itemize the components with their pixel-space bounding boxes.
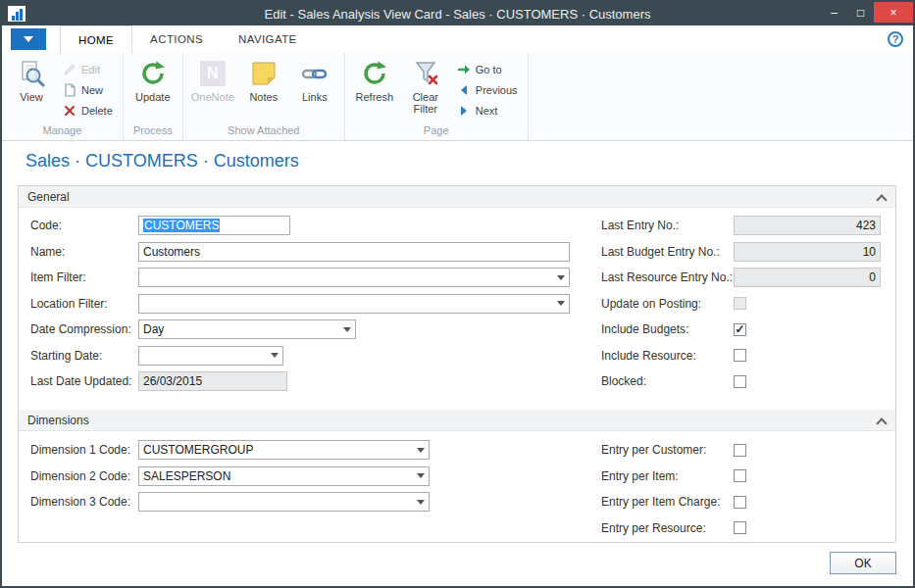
entry-per-item-charge-label: Entry per Item Charge:	[601, 495, 734, 509]
entry-per-item-checkbox[interactable]	[734, 469, 746, 482]
entry-per-resource-checkbox[interactable]	[734, 521, 746, 534]
starting-date-combobox[interactable]	[138, 346, 283, 366]
filter-clear-icon	[412, 59, 439, 88]
entry-per-item-charge-checkbox[interactable]	[734, 496, 746, 509]
application-menu-button[interactable]	[11, 28, 46, 50]
chevron-down-icon[interactable]	[412, 441, 429, 459]
form-row: Name: Customers	[30, 239, 585, 266]
ribbon-tab-row: HOME ACTIONS NAVIGATE ?	[2, 25, 913, 53]
form-row: Entry per Item:	[601, 464, 905, 490]
dimension-1-code-label: Dimension 1 Code:	[30, 443, 138, 457]
new-label: New	[81, 84, 103, 96]
include-budgets-checkbox[interactable]	[734, 323, 746, 336]
form-row: Code: CUSTOMERS	[30, 213, 585, 239]
form-row: Last Date Updated: 26/03/2015	[30, 368, 585, 395]
clear-filter-button[interactable]: Clear Filter	[400, 55, 451, 120]
dimension-1-code-combobox[interactable]: CUSTOMERGROUP	[138, 440, 430, 460]
date-compression-combobox[interactable]: Day	[138, 319, 356, 339]
links-label: Links	[302, 91, 328, 103]
tab-actions[interactable]: ACTIONS	[132, 25, 221, 53]
breadcrumb[interactable]: Sales · CUSTOMERS · Customers	[25, 151, 299, 172]
dimension-3-code-combobox[interactable]	[138, 492, 430, 512]
delete-label: Delete	[81, 105, 113, 117]
name-label: Name:	[30, 245, 138, 259]
chevron-down-icon[interactable]	[552, 269, 569, 286]
form-row: Update on Posting:	[601, 291, 905, 318]
section-header-general: General	[19, 186, 895, 208]
previous-triangle-icon	[457, 84, 471, 96]
app-window: Edit - Sales Analysis View Card - Sales …	[0, 0, 915, 588]
entry-per-customer-checkbox[interactable]	[734, 444, 746, 457]
view-label: View	[20, 91, 43, 103]
refresh-arrows-icon	[139, 59, 167, 88]
goto-arrow-icon	[457, 63, 471, 76]
collapse-chevron-icon[interactable]	[878, 417, 886, 425]
last-budget-entry-no-field: 10	[734, 242, 881, 262]
refresh-button[interactable]: Refresh	[349, 55, 400, 120]
last-date-updated-label: Last Date Updated:	[30, 374, 138, 388]
include-budgets-label: Include Budgets:	[601, 322, 734, 336]
notes-label: Notes	[249, 91, 278, 103]
minimize-button[interactable]: –	[821, 2, 847, 23]
tab-navigate[interactable]: NAVIGATE	[221, 25, 315, 53]
pencil-icon	[63, 63, 76, 76]
notes-button[interactable]: Notes	[238, 55, 289, 120]
tab-home[interactable]: HOME	[60, 25, 132, 53]
onenote-icon: N	[200, 59, 226, 88]
last-entry-no-field: 423	[734, 216, 881, 235]
blocked-checkbox[interactable]	[734, 375, 746, 388]
links-button[interactable]: Links	[289, 55, 340, 120]
chevron-down-icon[interactable]	[266, 347, 282, 365]
section-title: Dimensions	[27, 414, 89, 427]
form-row: Dimension 2 Code: SALESPERSON	[30, 464, 585, 490]
entry-per-customer-label: Entry per Customer:	[601, 443, 734, 457]
form-row: Entry per Item Charge:	[601, 489, 905, 515]
group-label-manage: Manage	[6, 123, 119, 140]
goto-label: Go to	[476, 64, 502, 75]
refresh-label: Refresh	[356, 91, 394, 103]
delete-button[interactable]: Delete	[57, 100, 119, 121]
item-filter-label: Item Filter:	[30, 270, 138, 284]
name-input[interactable]: Customers	[138, 242, 570, 262]
chevron-down-icon[interactable]	[412, 493, 429, 511]
ok-button[interactable]: OK	[830, 552, 896, 574]
include-resource-label: Include Resource:	[601, 349, 734, 363]
form-row: Last Resource Entry No.: 0	[601, 265, 905, 291]
location-filter-combobox[interactable]	[138, 294, 570, 314]
refresh-arrows-icon	[361, 59, 388, 88]
maximize-button[interactable]: □	[847, 2, 874, 23]
collapse-chevron-icon[interactable]	[878, 194, 886, 202]
date-compression-label: Date Compression:	[30, 322, 138, 336]
view-button[interactable]: View	[6, 55, 57, 120]
selected-text: CUSTOMERS	[143, 219, 220, 232]
chevron-down-icon[interactable]	[552, 295, 569, 313]
item-filter-combobox[interactable]	[138, 268, 570, 287]
starting-date-label: Starting Date:	[30, 349, 138, 363]
location-filter-label: Location Filter:	[30, 297, 138, 311]
form-row: Last Entry No.: 423	[601, 213, 905, 239]
chevron-down-icon[interactable]	[412, 467, 429, 485]
next-triangle-icon	[457, 105, 471, 117]
ribbon-group-show-attached: N OneNote Notes Links Show Attached	[183, 53, 345, 140]
code-input[interactable]: CUSTOMERS	[138, 216, 290, 235]
close-button[interactable]: ×	[874, 2, 913, 23]
ribbon-group-page: Refresh Clear Filter Go to Previous	[345, 53, 529, 140]
new-button[interactable]: New	[57, 79, 119, 100]
form-row: Entry per Resource:	[601, 515, 905, 542]
include-resource-checkbox[interactable]	[734, 349, 746, 362]
help-icon[interactable]: ?	[888, 31, 903, 47]
card-content-panel: General Code: CUSTOMERS Name: Customers …	[18, 185, 896, 543]
form-row: Include Budgets:	[601, 317, 905, 343]
entry-per-resource-label: Entry per Resource:	[601, 521, 734, 535]
next-button[interactable]: Next	[451, 100, 524, 121]
update-button[interactable]: Update	[127, 55, 178, 120]
sticky-note-icon	[251, 59, 277, 88]
update-on-posting-label: Update on Posting:	[601, 297, 734, 311]
dimension-2-code-label: Dimension 2 Code:	[30, 469, 138, 483]
dimension-3-code-label: Dimension 3 Code:	[30, 495, 138, 509]
chevron-down-icon[interactable]	[338, 320, 355, 338]
goto-button[interactable]: Go to	[451, 59, 524, 79]
previous-button[interactable]: Previous	[451, 79, 524, 100]
previous-label: Previous	[476, 84, 518, 96]
dimension-2-code-combobox[interactable]: SALESPERSON	[138, 466, 430, 486]
